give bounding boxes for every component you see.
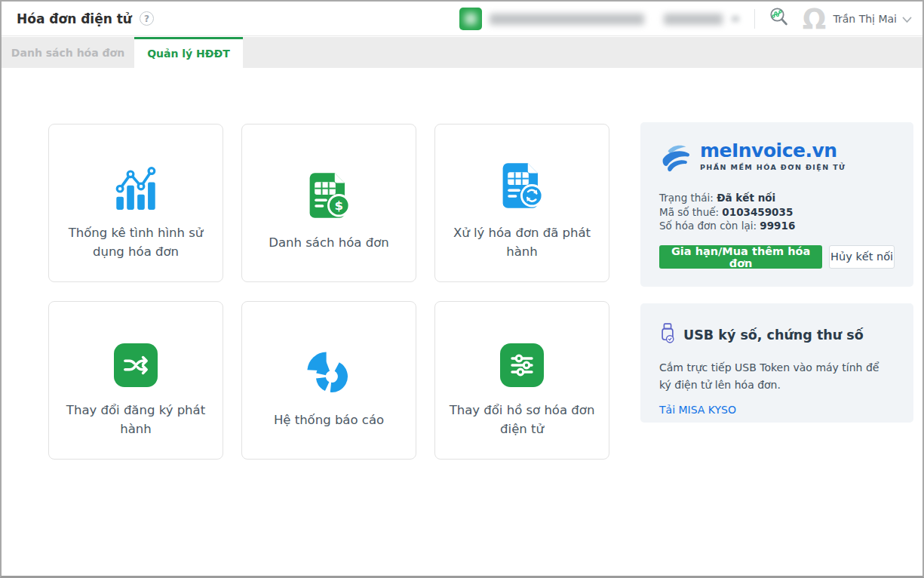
page-title: Hóa đơn điện tử [17,11,132,26]
remaining-line: Số hóa đơn còn lại: 99916 [659,219,895,233]
card-label: Thay đổi đăng ký phát hành [62,401,210,438]
tab-bar: Danh sách hóa đơn Quản lý HĐĐT [2,37,922,68]
card-he-thong-bao-cao[interactable]: Hệ thống báo cáo [241,301,416,460]
tax-label: Mã số thuế: [659,206,722,218]
card-label: Thống kê tình hình sử dụng hóa đơn [62,223,210,261]
search-analytics-icon[interactable] [767,5,791,32]
card-danh-sach-hoa-don[interactable]: $ Danh sách hóa đơn [241,124,416,282]
usb-panel: USB ký số, chứng thư số Cắm trực tiếp US… [640,303,913,423]
header-divider [754,9,755,29]
header-right: Ω Trần Thị Mai [459,2,912,36]
card-thay-doi-dang-ky[interactable]: Thay đổi đăng ký phát hành [48,301,223,460]
card-xu-ly-hoa-don[interactable]: Xử lý hóa đơn đã phát hành [434,124,609,282]
brand-name: meInvoice.vn [700,141,846,161]
meinvoice-logo-icon [659,141,694,177]
usb-token-icon [659,322,676,348]
disconnect-button[interactable]: Hủy kết nối [829,245,895,269]
sidebar: meInvoice.vn PHẦN MỀM HÓA ĐƠN ĐIỆN TỬ Tr… [640,122,913,423]
feature-card-grid: Thống kê tình hình sử dụng hóa đơn $ Dan… [48,124,609,460]
tab-danh-sach-hoa-don[interactable]: Danh sách hóa đơn [2,37,134,68]
shuffle-icon [114,322,158,387]
buy-more-invoices-button[interactable]: Gia hạn/Mua thêm hóa đơn [659,245,822,269]
remaining-label: Số hóa đơn còn lại: [659,220,760,232]
tax-line: Mã số thuế: 0103459035 [659,205,895,220]
card-label: Thay đổi hồ sơ hóa đơn điện tử [448,401,596,438]
app-window: Hóa đơn điện tử ? Ω Trần Thị Mai [0,0,924,578]
redacted-company-name[interactable] [490,14,644,25]
invoice-dollar-icon: $ [307,155,351,220]
bar-chart-icon [112,145,160,210]
user-name[interactable]: Trần Thị Mai [833,13,897,25]
help-icon[interactable]: ? [140,11,154,26]
invoice-refresh-icon [500,145,544,210]
tab-quan-ly-hddt[interactable]: Quản lý HĐĐT [134,37,243,68]
svg-text:$: $ [334,198,343,213]
status-label: Trạng thái: [659,192,717,204]
sliders-icon [500,322,544,387]
brand-tagline: PHẦN MỀM HÓA ĐƠN ĐIỆN TỬ [700,163,846,171]
redacted-fiscal-year-select[interactable] [664,14,723,25]
brand-row: meInvoice.vn PHẦN MỀM HÓA ĐƠN ĐIỆN TỬ [659,141,895,177]
download-misa-kyso-link[interactable]: Tải MISA KYSO [659,404,736,416]
status-value: Đã kết nối [717,192,775,204]
tax-value: 0103459035 [722,206,793,218]
pie-chart-icon [305,332,352,397]
company-logo-tile[interactable] [459,8,482,30]
chevron-down-icon[interactable] [902,12,912,26]
usb-panel-title: USB ký số, chứng thư số [683,327,864,343]
chevron-down-icon [732,16,739,22]
status-line: Trạng thái: Đã kết nối [659,191,895,205]
card-label: Xử lý hóa đơn đã phát hành [448,223,596,261]
usb-panel-body: Cắm trực tiếp USB Token vào máy tính để … [659,359,886,394]
status-block: Trạng thái: Đã kết nối Mã số thuế: 01034… [659,191,895,233]
app-header: Hóa đơn điện tử ? Ω Trần Thị Mai [2,2,922,36]
connection-panel: meInvoice.vn PHẦN MỀM HÓA ĐƠN ĐIỆN TỬ Tr… [640,122,913,287]
remaining-value: 99916 [760,220,795,232]
card-label: Hệ thống báo cáo [274,410,384,429]
card-thong-ke[interactable]: Thống kê tình hình sử dụng hóa đơn [48,124,223,282]
avatar[interactable]: Ω [802,6,827,32]
card-label: Danh sách hóa đơn [269,233,388,252]
card-thay-doi-ho-so[interactable]: Thay đổi hồ sơ hóa đơn điện tử [434,301,609,460]
